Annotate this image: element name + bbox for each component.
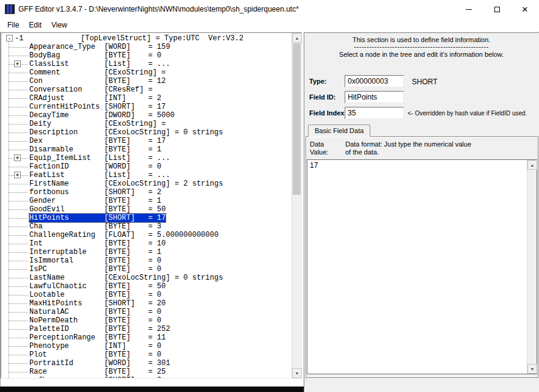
tree-node-Int[interactable]: Int [BYTE] = 10 [29, 239, 166, 248]
data-value-input[interactable]: 17 [307, 160, 526, 374]
menu-file[interactable]: File [2, 19, 24, 31]
tree-root-row[interactable]: --1 [TopLevelStruct] = Type:UTC Ver:V3.2 [1, 34, 292, 43]
tree-row[interactable]: GoodEvil [BYTE] = 50 [1, 205, 292, 214]
field-id-input[interactable] [345, 91, 404, 103]
tree-node-GoodEvil[interactable]: GoodEvil [BYTE] = 50 [29, 205, 166, 214]
tree-node-DecayTime[interactable]: DecayTime [DWORD] = 5000 [29, 111, 175, 120]
tree-node-FactionID[interactable]: FactionID [WORD] = 0 [29, 162, 161, 171]
tree-row[interactable]: Lootable [BYTE] = 0 [1, 291, 292, 299]
tree-row[interactable]: BodyBag [BYTE] = 0 [1, 51, 292, 60]
scrollbar-thumb[interactable] [293, 43, 301, 195]
tree-node-Race[interactable]: Race [BYTE] = 25 [29, 368, 166, 376]
tree-node-IsPC[interactable]: IsPC [BYTE] = 0 [29, 265, 161, 274]
tree-node-FirstName[interactable]: FirstName [CExoLocString] = 2 strings [29, 180, 223, 188]
tree-row[interactable]: CRAdjust [INT] = 2 [1, 94, 292, 103]
tree-node-Disarmable[interactable]: Disarmable [BYTE] = 1 [29, 145, 161, 154]
tree-node-Appearance_Type[interactable]: Appearance_Type [WORD] = 159 [29, 43, 170, 51]
tree-row[interactable]: Description [CExoLocString] = 0 strings [1, 128, 292, 137]
tree-node-LawfulChaotic[interactable]: LawfulChaotic [BYTE] = 50 [29, 282, 166, 291]
tree-row[interactable]: PerceptionRange [BYTE] = 11 [1, 333, 292, 342]
tree-node-Dex[interactable]: Dex [BYTE] = 17 [29, 137, 166, 145]
tree-node-Description[interactable]: Description [CExoLocString] = 0 strings [29, 128, 223, 137]
menu-edit[interactable]: Edit [24, 19, 46, 31]
tree-node-refbonus[interactable]: refbonus [SHORT] = 2 [29, 376, 161, 378]
tree-node-Phenotype[interactable]: Phenotype [INT] = 0 [29, 342, 161, 350]
tree-node-fortbonus[interactable]: fortbonus [SHORT] = 2 [29, 188, 161, 197]
tree-node-Deity[interactable]: Deity [CExoString] = [29, 120, 166, 128]
tree-row[interactable]: Disarmable [BYTE] = 1 [1, 145, 292, 154]
maximize-button[interactable] [483, 0, 511, 18]
tree-row[interactable]: Gender [BYTE] = 1 [1, 197, 292, 205]
tree-node-Equip_ItemList[interactable]: Equip_ItemList [List] = ... [29, 154, 170, 162]
tree-node-PortraitId[interactable]: PortraitId [WORD] = 301 [29, 359, 170, 368]
tree-node-LastName[interactable]: LastName [CExoLocString] = 0 strings [29, 274, 223, 282]
tree-row[interactable]: +ClassList [List] = ... [1, 60, 292, 68]
tree-node-CRAdjust[interactable]: CRAdjust [INT] = 2 [29, 94, 161, 103]
tree-node-NaturalAC[interactable]: NaturalAC [BYTE] = 0 [29, 308, 161, 316]
tree-row[interactable]: PaletteID [BYTE] = 252 [1, 325, 292, 333]
tree-row[interactable]: NaturalAC [BYTE] = 0 [1, 308, 292, 316]
tree-node-PaletteID[interactable]: PaletteID [BYTE] = 252 [29, 325, 170, 333]
tree-row[interactable]: IsPC [BYTE] = 0 [1, 265, 292, 274]
type-input[interactable] [345, 75, 404, 87]
tree-row[interactable]: IsImmortal [BYTE] = 0 [1, 256, 292, 265]
tree-row[interactable]: LawfulChaotic [BYTE] = 50 [1, 282, 292, 291]
tree-node-Lootable[interactable]: Lootable [BYTE] = 0 [29, 291, 161, 299]
tree-row[interactable]: HitPoints [SHORT] = 17 [1, 214, 292, 222]
menu-view[interactable]: View [46, 19, 72, 31]
expand-icon[interactable]: + [14, 60, 21, 67]
tree-row[interactable]: FirstName [CExoLocString] = 2 strings [1, 180, 292, 188]
tree-row[interactable]: DecayTime [DWORD] = 5000 [1, 111, 292, 120]
tree-row[interactable]: Cha [BYTE] = 3 [1, 222, 292, 231]
tree-row[interactable]: Phenotype [INT] = 0 [1, 342, 292, 350]
tree-row[interactable]: refbonus [SHORT] = 2 [1, 376, 292, 378]
tree-node-CurrentHitPoints[interactable]: CurrentHitPoints [SHORT] = 17 [29, 103, 166, 111]
tree-row[interactable]: FactionID [WORD] = 0 [1, 162, 292, 171]
minimize-button[interactable] [455, 0, 483, 18]
expand-icon[interactable]: + [14, 172, 21, 178]
close-button[interactable]: ✕ [511, 0, 539, 18]
tree-row[interactable]: CurrentHitPoints [SHORT] = 17 [1, 103, 292, 111]
expand-icon[interactable]: + [14, 154, 21, 161]
tree-row[interactable]: fortbonus [SHORT] = 2 [1, 188, 292, 197]
tree-row[interactable]: Race [BYTE] = 25 [1, 368, 292, 376]
tree-row[interactable]: +FeatList [List] = ... [1, 171, 292, 180]
tree-row[interactable]: NoPermDeath [BYTE] = 0 [1, 316, 292, 325]
tree-node-Gender[interactable]: Gender [BYTE] = 1 [29, 197, 161, 205]
tree-node-Plot[interactable]: Plot [BYTE] = 0 [29, 350, 161, 359]
tree-node-NoPermDeath[interactable]: NoPermDeath [BYTE] = 0 [29, 316, 161, 325]
field-index-input[interactable] [345, 107, 404, 119]
tree-scrollbar[interactable]: ▲ ▼ [292, 33, 301, 378]
tree-node-Con[interactable]: Con [BYTE] = 12 [29, 77, 166, 85]
tree-node-IsImmortal[interactable]: IsImmortal [BYTE] = 0 [29, 256, 161, 265]
scroll-up-button[interactable]: ▲ [527, 160, 537, 170]
tab-basic-field-data[interactable]: Basic Field Data [308, 125, 370, 137]
collapse-icon[interactable]: - [6, 35, 13, 42]
tree-node-ClassList[interactable]: ClassList [List] = ... [29, 60, 170, 68]
tree-row[interactable]: +Equip_ItemList [List] = ... [1, 154, 292, 162]
scroll-down-button[interactable]: ▼ [527, 364, 537, 374]
data-value-scrollbar[interactable]: ▲ ▼ [527, 160, 537, 374]
tree-node-Interruptable[interactable]: Interruptable [BYTE] = 1 [29, 248, 161, 256]
tree-row[interactable]: Comment [CExoString] = [1, 68, 292, 77]
tree-row[interactable]: Con [BYTE] = 12 [1, 77, 292, 85]
tree-node-root[interactable]: -1 [TopLevelStruct] = Type:UTC Ver:V3.2 [15, 34, 243, 43]
tree-row[interactable]: Plot [BYTE] = 0 [1, 350, 292, 359]
tree-node-MaxHitPoints[interactable]: MaxHitPoints [SHORT] = 20 [29, 299, 166, 308]
tree-row[interactable]: LastName [CExoLocString] = 0 strings [1, 274, 292, 282]
tree-row[interactable]: Appearance_Type [WORD] = 159 [1, 43, 292, 51]
tree-node-Comment[interactable]: Comment [CExoString] = [29, 68, 166, 77]
tree-node-FeatList[interactable]: FeatList [List] = ... [29, 171, 170, 180]
tree-node-Cha[interactable]: Cha [BYTE] = 3 [29, 222, 161, 231]
tree-row[interactable]: MaxHitPoints [SHORT] = 20 [1, 299, 292, 308]
tree-row[interactable]: Interruptable [BYTE] = 1 [1, 248, 292, 256]
tree-row[interactable]: Dex [BYTE] = 17 [1, 137, 292, 145]
tree-node-HitPoints[interactable]: HitPoints [SHORT] = 17 [29, 214, 166, 222]
app-icon[interactable] [5, 4, 15, 14]
tree-node-PerceptionRange[interactable]: PerceptionRange [BYTE] = 11 [29, 333, 166, 342]
tree-node-ChallengeRating[interactable]: ChallengeRating [FLOAT] = 5.000000000000 [29, 231, 219, 239]
tree-row[interactable]: PortraitId [WORD] = 301 [1, 359, 292, 368]
scroll-down-button[interactable]: ▼ [292, 368, 302, 378]
tree-node-BodyBag[interactable]: BodyBag [BYTE] = 0 [29, 51, 161, 60]
tree-row[interactable]: ChallengeRating [FLOAT] = 5.000000000000 [1, 231, 292, 239]
